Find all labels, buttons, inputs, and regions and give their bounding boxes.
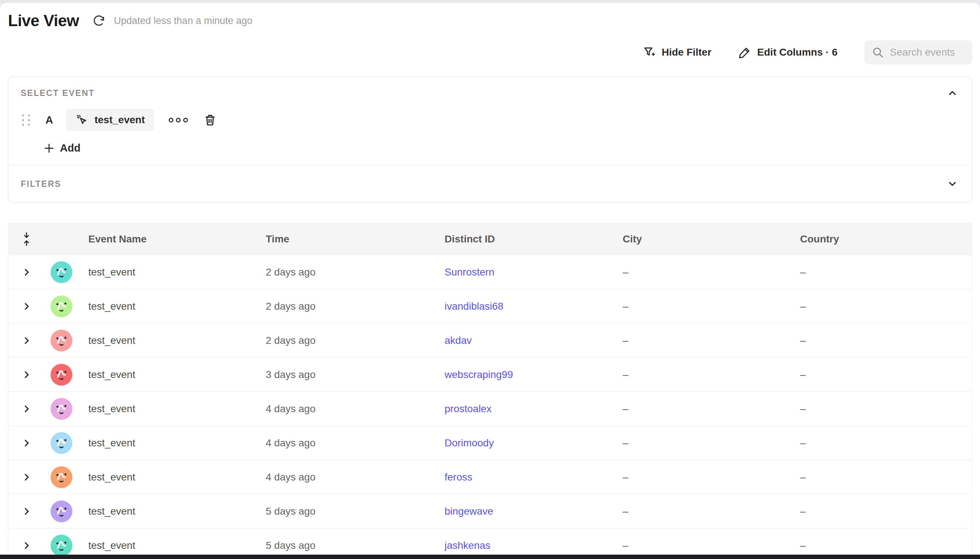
row-country: – (790, 471, 972, 483)
row-expand-button[interactable] (8, 473, 45, 482)
more-options-button[interactable] (167, 116, 190, 125)
table-row: test_event 4 days ago Dorimoody – – (8, 426, 972, 460)
row-expand-chevron-icon (22, 438, 31, 448)
row-event-name: test_event (78, 437, 256, 449)
avatar (45, 501, 78, 522)
row-time: 2 days ago (256, 301, 435, 312)
search-events-box[interactable] (864, 40, 972, 64)
row-distinct-id: prostoalex (435, 403, 613, 415)
row-country: – (790, 301, 972, 312)
row-time: 4 days ago (256, 437, 435, 449)
toolbar: Hide Filter Edit Columns · 6 (8, 40, 972, 65)
table-row: test_event 5 days ago bingewave – – (8, 494, 972, 528)
row-city: – (613, 403, 790, 415)
hide-filter-button[interactable]: Hide Filter (643, 46, 711, 59)
drag-handle[interactable] (21, 113, 32, 127)
row-expand-chevron-icon (22, 336, 31, 345)
refresh-icon (92, 14, 106, 28)
row-time: 5 days ago (256, 506, 435, 517)
add-event-button[interactable]: Add (43, 142, 959, 154)
plus-icon (43, 142, 55, 154)
row-distinct-id: feross (435, 471, 613, 483)
row-city: – (613, 266, 790, 278)
row-city: – (613, 437, 790, 449)
row-expand-button[interactable] (8, 438, 45, 448)
collapse-rows-icon (20, 232, 33, 246)
row-distinct-id: Dorimoody (435, 437, 613, 449)
collapse-section-button[interactable] (945, 86, 959, 100)
row-event-name: test_event (78, 540, 256, 551)
chevron-up-icon (947, 88, 958, 99)
row-city: – (613, 471, 790, 483)
table-body: test_event 2 days ago Sunrostern – – te (8, 255, 972, 559)
main-content-card: Live View Updated less than a minute ago… (0, 3, 980, 559)
avatar (45, 432, 78, 454)
avatar (45, 296, 78, 317)
row-expand-button[interactable] (8, 404, 45, 413)
row-country: – (790, 403, 972, 415)
avatar (45, 364, 78, 385)
avatar (45, 261, 78, 283)
table-row: test_event 2 days ago ivandiblasi68 – – (8, 289, 972, 324)
column-header-city: City (613, 233, 790, 245)
distinct-id-link[interactable]: Dorimoody (445, 437, 494, 448)
row-expand-button[interactable] (8, 302, 45, 311)
row-country: – (790, 437, 972, 449)
row-expand-button[interactable] (8, 541, 45, 550)
row-time: 4 days ago (256, 403, 435, 415)
column-header-event-name: Event Name (78, 233, 256, 245)
hide-filter-label: Hide Filter (661, 46, 711, 58)
row-event-name: test_event (78, 471, 256, 483)
expand-filters-button[interactable] (945, 177, 959, 191)
row-expand-chevron-icon (22, 404, 31, 413)
row-city: – (613, 540, 790, 551)
row-expand-button[interactable] (8, 336, 45, 345)
row-expand-chevron-icon (22, 302, 31, 311)
select-event-section: SELECT EVENT A (8, 77, 972, 154)
row-city: – (613, 506, 790, 517)
row-country: – (790, 506, 972, 517)
row-country: – (790, 540, 972, 551)
query-builder-panel: SELECT EVENT A (8, 76, 972, 203)
row-city: – (613, 335, 790, 346)
row-time: 5 days ago (256, 540, 435, 551)
table-row: test_event 4 days ago feross – – (8, 460, 972, 494)
edit-columns-label: Edit Columns · 6 (757, 46, 838, 58)
row-expand-chevron-icon (22, 268, 31, 277)
row-time: 2 days ago (256, 266, 435, 278)
delete-event-button[interactable] (203, 113, 217, 127)
row-event-name: test_event (78, 506, 256, 517)
refresh-button[interactable] (92, 14, 106, 28)
distinct-id-link[interactable]: akdav (445, 335, 472, 346)
distinct-id-link[interactable]: webscraping99 (445, 369, 513, 380)
table-row: test_event 2 days ago akdav – – (8, 324, 972, 358)
distinct-id-link[interactable]: ivandiblasi68 (445, 301, 504, 312)
row-distinct-id: jashkenas (435, 540, 613, 551)
event-select-button[interactable]: test_event (66, 109, 154, 131)
page-header: Live View Updated less than a minute ago (8, 3, 972, 30)
distinct-id-link[interactable]: feross (445, 471, 472, 483)
event-click-icon (76, 113, 89, 126)
row-time: 4 days ago (256, 471, 435, 483)
event-row-letter: A (45, 114, 53, 126)
avatar (45, 466, 78, 488)
row-event-name: test_event (78, 266, 256, 278)
distinct-id-link[interactable]: jashkenas (445, 540, 490, 551)
filters-section-header[interactable]: FILTERS (8, 165, 972, 202)
row-distinct-id: webscraping99 (435, 369, 613, 380)
trash-icon (203, 113, 217, 127)
avatar (45, 330, 78, 351)
row-expand-button[interactable] (8, 370, 45, 379)
collapse-rows-button[interactable] (8, 232, 45, 246)
distinct-id-link[interactable]: Sunrostern (445, 266, 494, 278)
row-country: – (790, 335, 972, 346)
filters-label: FILTERS (21, 179, 61, 189)
column-header-time: Time (256, 233, 435, 245)
distinct-id-link[interactable]: bingewave (445, 506, 493, 517)
row-expand-button[interactable] (8, 268, 45, 277)
row-expand-chevron-icon (22, 370, 31, 379)
distinct-id-link[interactable]: prostoalex (445, 403, 491, 414)
edit-columns-button[interactable]: Edit Columns · 6 (738, 46, 838, 59)
row-expand-button[interactable] (8, 507, 45, 516)
search-events-input[interactable] (890, 46, 965, 58)
